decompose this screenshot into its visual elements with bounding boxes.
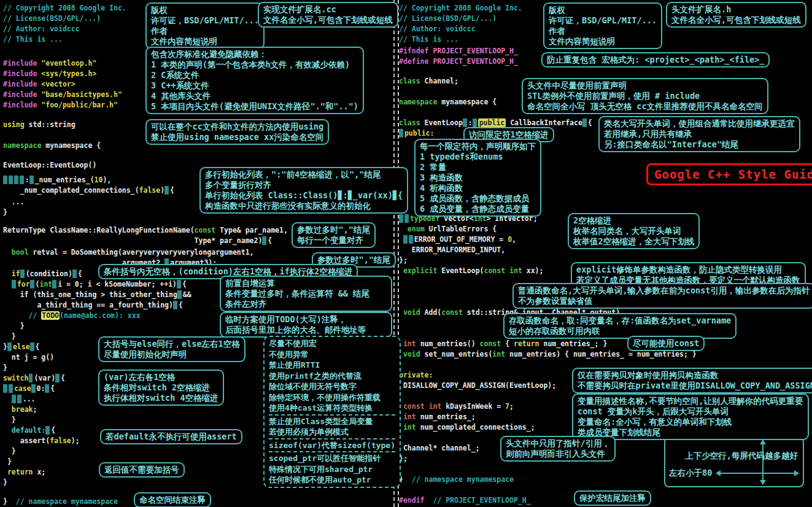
code-token: { <box>170 186 174 195</box>
code-line: #include <sys/types.h> <box>3 69 96 78</box>
space-highlight <box>20 269 25 278</box>
line-length-rule-box: 上下少空行,每屏代码越多越好 左右小于80 <box>664 437 804 487</box>
note-line: 构造函数中只进行那些没有实际意义的初始化 <box>205 201 403 211</box>
code-token: { <box>182 280 187 288</box>
code-token: num_entries_; } <box>539 339 608 348</box>
code-line: } <box>3 447 16 455</box>
space-highlight <box>72 269 77 278</box>
note-function-naming: 普通函数命名,大写开头单词,输入参数在前为const引用，输出参数在后为指针不为… <box>512 283 812 309</box>
note-line: 文件内容简短说明 <box>151 36 259 47</box>
note-line: 文件内容简短说明 <box>549 36 657 47</box>
code-token: std::string <box>25 120 75 129</box>
code-token <box>3 405 12 414</box>
space-highlight <box>177 280 181 288</box>
code-token: private: <box>399 371 433 379</box>
code-token: } <box>3 332 16 341</box>
note-line: 包含次序标准化避免隐藏依赖： <box>151 49 358 60</box>
code-line: #include "base/basictypes.h" <box>3 90 122 99</box>
code-token: 0: <box>37 384 45 393</box>
note-line: 若default永不执行可使用assert <box>106 432 237 442</box>
note-line: 头文件扩展名.h <box>671 4 801 15</box>
note-line: scoped_ptr可以胜任智能指针 <box>269 451 395 464</box>
code-token: int <box>403 339 416 348</box>
code-line: ReturnType ClassName::ReallyLongFunction… <box>3 226 288 234</box>
horizontal-double-arrow-icon <box>717 473 798 474</box>
note-line: 作者 <box>151 26 259 36</box>
code-token: #include <box>3 101 37 109</box>
code-line: break; <box>3 405 37 414</box>
note-accessor: 存取函数命名，取:同变量名，存:值函数名为set_varname短小的存取函数可… <box>503 313 737 339</box>
code-token: DISALLOW_COPY_AND_ASSIGN(EventLoop); <box>399 381 556 390</box>
code-token: int <box>403 412 416 421</box>
code-token: ); <box>71 436 80 445</box>
note-line: 4 其他库头文件 <box>151 91 358 101</box>
code-token: false <box>50 436 71 445</box>
code-token: int <box>403 423 416 432</box>
note-line: 类名大写开头单词，使用组合通常比使用继承更适宜 <box>604 118 795 129</box>
code-token: else <box>13 343 30 351</box>
code-line: ERROR_MALFORMED_INPUT, <box>399 246 505 254</box>
note-line: 2 常量 <box>420 162 536 172</box>
note-line: 文件名全小写,可包含下划线或短线 <box>671 15 801 25</box>
code-token: ; <box>33 405 37 414</box>
code-token: if (this_one_thing > this_other_thing <box>3 290 177 299</box>
code-line: assert(false); <box>3 436 80 445</box>
note-line: 1 本类的声明(第一个包含本类h文件，有效减少依赖) <box>151 60 358 70</box>
code-token: int <box>492 350 505 358</box>
code-token: // PROJECT_EVENTLOOP_H_ <box>433 496 530 505</box>
style-guide-cheatsheet: Google C++ Style Guide 上下少空行,每屏代码越多越好 左右… <box>0 0 812 507</box>
note-line: 特殊情况下可用shared_ptr <box>269 464 395 475</box>
code-token: bool <box>12 248 29 257</box>
code-token: break <box>12 405 33 414</box>
note-pointer-forward: 头文件中只用了指针/引用，则前向声明而非引入头文件 <box>500 436 616 462</box>
space-highlight <box>30 280 34 288</box>
code-token: UrlTableErrors { <box>425 225 497 233</box>
code-token: 10 <box>95 176 103 184</box>
note-line: 2空格缩进 <box>573 215 694 226</box>
note-guard-comment: 保护宏结尾加注释 <box>574 490 651 506</box>
code-token: 7 <box>505 402 509 411</box>
code-token: explicit <box>403 266 437 275</box>
code-token: } <box>3 208 7 217</box>
note-line: 普通函数命名,大写开头单词,输入参数在前为const引用，输出参数在后为指针 <box>518 285 810 296</box>
code-token: (condition) <box>26 269 72 278</box>
note-cpp-rules: 尽量不使用宏不使用异常禁止使用RTTI使用printf之类的代替流除位域不使用无… <box>263 336 401 488</box>
note-cc-extension: 实现文件扩展名.cc文件名全小写,可包含下划线或短线 <box>258 2 398 28</box>
code-token: _num_entries_( <box>35 176 95 184</box>
code-line: }; <box>399 256 408 265</box>
code-token: { <box>179 301 183 309</box>
code-token: ERROR_MALFORMED_INPUT, <box>399 246 505 254</box>
note-line: 任何时候都不使用auto_ptr <box>269 474 395 486</box>
code-line: ERROR_OUT_OF_MEMORY = 0, <box>399 235 516 244</box>
code-token: void <box>403 308 420 317</box>
code-line: } <box>3 416 16 424</box>
code-token: public: <box>404 129 434 137</box>
space-highlight <box>404 214 409 223</box>
code-token: <vector> <box>41 80 75 88</box>
note-switch: (var)左右各1空格条件相对switch 2空格缩进执行体相对switch 4… <box>98 370 224 406</box>
code-line: EventLoop::EventLoop() <box>3 161 96 169</box>
code-line: } // namespace mynamespace <box>3 497 118 506</box>
code-token <box>3 468 7 476</box>
note-line: 多行初始化列表，":"前4空格缩进，以","结尾 <box>205 169 403 180</box>
code-token: "eventloop.h" <box>41 59 96 68</box>
note-line: 不为参数设置缺省值 <box>518 296 810 306</box>
note-else: 大括号与else同行，else左右1空格尽量使用初始化时声明 <box>98 336 246 362</box>
code-token: } <box>3 343 7 351</box>
note-line: 使用printf之类的代替流 <box>269 371 395 382</box>
code-token: <sys/types.h> <box>41 69 96 78</box>
code-token: ; <box>509 402 514 411</box>
code-line: // License(BSD/GPL/...) <box>3 14 101 23</box>
code-token <box>3 280 12 288</box>
space-highlight <box>12 280 16 288</box>
code-token: case <box>14 384 31 393</box>
code-line: : _num_entries_(10), <box>3 176 111 184</box>
code-line: #include "eventloop.h" <box>3 59 96 68</box>
code-line: // License(BSD/GPL/...) <box>399 14 497 23</box>
code-token: Type& par_name1, <box>215 226 288 234</box>
space-highlight <box>9 384 13 393</box>
code-line: return x; <box>3 468 45 476</box>
code-token: { <box>588 118 592 127</box>
code-token: ... <box>23 395 36 403</box>
note-line: 可以在整个cc文件和h文件的方法内使用using <box>151 122 323 132</box>
